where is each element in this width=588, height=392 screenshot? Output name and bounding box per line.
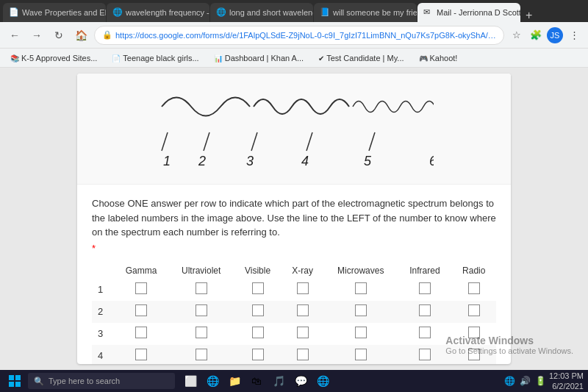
cell-2-infrared[interactable]: [398, 301, 451, 323]
teams-icon[interactable]: 💬: [291, 371, 310, 391]
cell-3-ultraviolet[interactable]: [168, 323, 233, 345]
bookmark-k5[interactable]: 📚K-5 Approved Sites...: [6, 52, 101, 64]
svg-rect-16: [9, 382, 14, 387]
cell-2-gamma[interactable]: [114, 301, 169, 323]
cell-4-ultraviolet[interactable]: [168, 345, 233, 365]
checkbox-3-gamma[interactable]: [135, 327, 147, 338]
tab-3[interactable]: 🌐 long and short wavelengt... ×: [210, 3, 313, 22]
cell-3-visible[interactable]: [234, 323, 282, 345]
checkbox-1-x-ray[interactable]: [297, 282, 309, 294]
checkbox-2-radio[interactable]: [468, 304, 480, 316]
checkbox-3-infrared[interactable]: [419, 327, 431, 338]
bookmark-teenage[interactable]: 📄Teenage black girls...: [107, 52, 203, 64]
checkbox-3-visible[interactable]: [252, 327, 264, 338]
home-button[interactable]: 🏠: [72, 26, 90, 44]
cell-4-microwaves[interactable]: [323, 345, 398, 365]
cell-2-x-ray[interactable]: [282, 301, 323, 323]
store-icon[interactable]: 🛍: [247, 371, 266, 391]
checkbox-2-x-ray[interactable]: [297, 304, 309, 316]
svg-text:1: 1: [163, 154, 171, 168]
col-header-xray: X-ray: [282, 263, 323, 279]
col-header-ultraviolet: Ultraviolet: [168, 263, 233, 279]
cell-1-infrared[interactable]: [398, 279, 451, 301]
new-tab-button[interactable]: +: [521, 9, 537, 22]
checkbox-1-infrared[interactable]: [419, 282, 431, 294]
checkbox-1-gamma[interactable]: [135, 282, 147, 294]
tab-favicon-3: 🌐: [216, 7, 226, 18]
cell-3-gamma[interactable]: [114, 323, 169, 345]
tab-4[interactable]: 📘 will someone be my frien... ×: [314, 3, 417, 22]
file-explorer-icon[interactable]: 📁: [225, 371, 244, 391]
menu-button[interactable]: ⋮: [566, 27, 582, 43]
tab-2[interactable]: 🌐 wavelength frequency - G... ×: [107, 3, 209, 22]
forward-button[interactable]: →: [28, 26, 46, 44]
checkbox-1-ultraviolet[interactable]: [196, 282, 207, 294]
volume-icon[interactable]: 🔊: [520, 376, 531, 386]
refresh-button[interactable]: ↻: [50, 26, 68, 44]
checkbox-2-gamma[interactable]: [135, 304, 147, 316]
checkbox-2-visible[interactable]: [252, 304, 264, 316]
cell-1-gamma[interactable]: [114, 279, 169, 301]
tab-label-5: Mail - Jerrionna D Scott -...: [437, 8, 520, 17]
taskview-button[interactable]: ⬜: [181, 371, 200, 391]
checkbox-1-microwaves[interactable]: [355, 282, 367, 294]
back-button[interactable]: ←: [6, 26, 24, 44]
cell-2-visible[interactable]: [234, 301, 282, 323]
cell-4-infrared[interactable]: [398, 345, 451, 365]
clock-date: 6/2/2021: [549, 381, 584, 391]
cell-2-radio[interactable]: [452, 301, 496, 323]
cell-4-visible[interactable]: [234, 345, 282, 365]
checkbox-4-ultraviolet[interactable]: [196, 349, 207, 360]
cell-1-ultraviolet[interactable]: [168, 279, 233, 301]
cell-4-gamma[interactable]: [114, 345, 169, 365]
col-header-radio: Radio: [452, 263, 496, 279]
checkbox-2-infrared[interactable]: [419, 304, 431, 316]
checkbox-3-microwaves[interactable]: [355, 327, 367, 338]
extensions-icon[interactable]: 🧩: [528, 27, 544, 43]
checkbox-2-ultraviolet[interactable]: [196, 304, 207, 316]
cell-1-x-ray[interactable]: [282, 279, 323, 301]
battery-icon[interactable]: 🔋: [535, 376, 546, 386]
cell-2-microwaves[interactable]: [323, 301, 398, 323]
taskbar-search-box[interactable]: 🔍 Type here to search: [28, 373, 175, 389]
checkbox-1-radio[interactable]: [468, 282, 480, 294]
svg-line-8: [369, 132, 375, 151]
bookmark-star-icon[interactable]: ☆: [509, 27, 525, 43]
tab-1[interactable]: 📄 Wave Properties and Elec... ×: [3, 3, 106, 22]
start-button[interactable]: [4, 371, 25, 391]
bookmark-test[interactable]: ✔Test Candidate | My...: [314, 52, 408, 64]
checkbox-3-ultraviolet[interactable]: [196, 327, 207, 338]
checkbox-3-x-ray[interactable]: [297, 327, 309, 338]
cell-1-microwaves[interactable]: [323, 279, 398, 301]
tab-label-1: Wave Properties and Elec...: [22, 8, 106, 17]
cell-2-ultraviolet[interactable]: [168, 301, 233, 323]
cell-3-x-ray[interactable]: [282, 323, 323, 345]
cell-1-radio[interactable]: [452, 279, 496, 301]
checkbox-4-x-ray[interactable]: [297, 349, 309, 360]
wave-image-area: 1 2 3 4 5 6 7: [77, 74, 511, 185]
tab-5[interactable]: ✉ Mail - Jerrionna D Scott -... ×: [417, 3, 520, 22]
taskbar-clock[interactable]: 12:03 PM 6/2/2021: [549, 371, 584, 392]
checkbox-1-visible[interactable]: [252, 282, 264, 294]
bookmark-khan[interactable]: 📊Dashboard | Khan A...: [209, 52, 308, 64]
network-icon[interactable]: 🌐: [504, 376, 515, 386]
cell-4-x-ray[interactable]: [282, 345, 323, 365]
tab-favicon-1: 📄: [9, 7, 19, 18]
cell-1-visible[interactable]: [234, 279, 282, 301]
checkbox-4-gamma[interactable]: [135, 349, 147, 360]
cell-3-infrared[interactable]: [398, 323, 451, 345]
svg-line-6: [306, 132, 312, 151]
col-header-infrared: Infrared: [398, 263, 451, 279]
checkbox-4-microwaves[interactable]: [355, 349, 367, 360]
edge-browser-icon[interactable]: 🌐: [203, 371, 222, 391]
tab-label-3: long and short wavelengt...: [229, 8, 313, 17]
address-bar[interactable]: 🔒 https://docs.google.com/forms/d/e/1FAl…: [94, 26, 504, 45]
checkbox-4-infrared[interactable]: [419, 349, 431, 360]
spotify-icon[interactable]: 🎵: [269, 371, 288, 391]
bookmark-kahoot[interactable]: 🎮Kahoot!: [415, 52, 462, 64]
chrome-icon[interactable]: 🌐: [313, 371, 332, 391]
checkbox-2-microwaves[interactable]: [355, 304, 367, 316]
checkbox-4-visible[interactable]: [252, 349, 264, 360]
cell-3-microwaves[interactable]: [323, 323, 398, 345]
profile-icon[interactable]: JS: [547, 27, 563, 43]
